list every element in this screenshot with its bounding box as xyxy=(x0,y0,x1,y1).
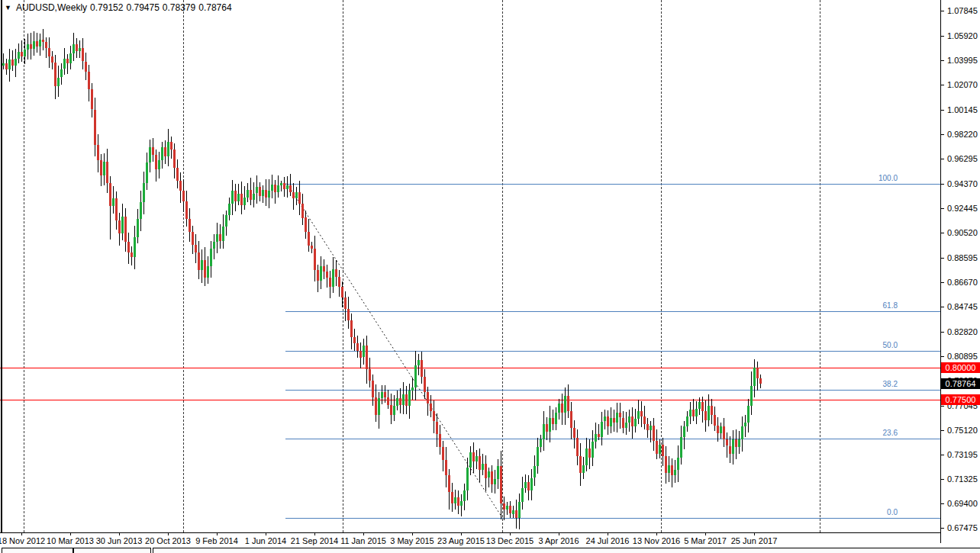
candle xyxy=(701,402,704,411)
price-axis-tick xyxy=(940,159,944,159)
price-axis-tick xyxy=(940,208,944,209)
time-axis-tick xyxy=(70,532,71,535)
horizontal-price-line[interactable] xyxy=(0,400,940,400)
candle xyxy=(439,434,441,447)
candle xyxy=(314,249,316,271)
price-axis-tick xyxy=(940,356,944,357)
candle xyxy=(112,198,114,206)
candle xyxy=(127,242,130,252)
candle xyxy=(686,416,688,426)
candle xyxy=(622,418,624,428)
candle xyxy=(653,426,655,441)
candle xyxy=(561,403,563,413)
price-axis-tick xyxy=(940,282,944,283)
candle xyxy=(317,270,319,280)
candle xyxy=(524,482,527,488)
candle xyxy=(182,191,185,201)
candle xyxy=(747,406,750,423)
candle xyxy=(460,501,463,506)
bottom-panel-segment xyxy=(2,548,73,553)
candle xyxy=(301,204,304,218)
candle xyxy=(247,190,249,198)
candle xyxy=(51,56,53,63)
horizontal-price-line[interactable] xyxy=(0,368,940,368)
candle xyxy=(48,48,50,56)
candle xyxy=(228,204,230,215)
candle xyxy=(488,471,490,477)
candle xyxy=(555,413,557,424)
candle xyxy=(8,59,11,69)
time-axis-label: 23 Aug 2015 xyxy=(437,536,485,545)
candle xyxy=(509,506,511,513)
candle xyxy=(158,160,160,169)
candle xyxy=(390,405,392,415)
candle xyxy=(396,398,398,406)
candle xyxy=(726,439,728,445)
chart-canvas[interactable]: 100.061.850.038.223.60.0 xyxy=(0,0,940,532)
price-axis-tick xyxy=(940,60,944,61)
chart-left-border xyxy=(1,0,2,532)
candle xyxy=(408,391,411,406)
candle xyxy=(527,482,530,491)
candle xyxy=(274,185,276,192)
candle xyxy=(756,368,759,378)
price-axis-label: 0.82820 xyxy=(947,327,978,336)
candle xyxy=(152,147,154,155)
candle xyxy=(39,40,41,47)
candle xyxy=(692,410,695,416)
candle xyxy=(741,426,743,439)
time-axis-tick xyxy=(363,532,364,535)
ohlc-close: 0.78764 xyxy=(198,2,231,13)
candle xyxy=(243,198,246,205)
candle-wick xyxy=(650,421,651,442)
time-axis-tick xyxy=(266,532,266,535)
candle xyxy=(442,447,444,460)
candle xyxy=(665,456,667,473)
candle xyxy=(79,48,81,51)
candle xyxy=(457,497,459,506)
candle xyxy=(512,510,514,514)
candle xyxy=(292,192,295,198)
candle xyxy=(579,456,582,473)
time-axis-label: 11 Jan 2015 xyxy=(340,536,386,545)
ohlc-high: 0.79475 xyxy=(126,2,159,13)
candle xyxy=(570,411,572,428)
candle xyxy=(207,266,209,278)
candle xyxy=(628,416,630,423)
candle xyxy=(683,426,685,436)
candle xyxy=(82,48,84,62)
candle xyxy=(543,424,545,439)
price-axis-tick xyxy=(940,258,944,259)
candle xyxy=(671,465,673,475)
candle xyxy=(179,181,182,191)
candle xyxy=(341,287,343,297)
candle xyxy=(598,434,600,436)
candle xyxy=(735,439,737,447)
candle xyxy=(463,490,466,500)
time-axis-tick xyxy=(21,532,22,535)
candle xyxy=(592,442,594,457)
candle xyxy=(405,394,408,406)
price-axis-separator xyxy=(940,0,941,543)
candle xyxy=(491,471,493,484)
chart-menu-icon[interactable]: ▼ xyxy=(5,4,11,11)
symbol-timeframe-label: AUDUSD,Weekly xyxy=(16,2,87,13)
price-axis-label: 0.96295 xyxy=(947,154,978,163)
candle xyxy=(445,460,447,475)
candle xyxy=(537,447,539,466)
candle xyxy=(500,466,502,503)
bottom-panel-segment xyxy=(73,548,151,553)
candle xyxy=(320,266,322,281)
time-axis-tick xyxy=(656,532,657,535)
price-axis-label: 1.03995 xyxy=(947,56,978,65)
candle xyxy=(24,50,26,56)
candle xyxy=(240,194,243,205)
candle xyxy=(210,249,212,267)
candle xyxy=(173,150,176,168)
candle xyxy=(33,41,35,48)
candle xyxy=(640,411,643,416)
candle xyxy=(268,191,270,197)
candle xyxy=(610,418,612,427)
candle xyxy=(399,398,401,404)
candle xyxy=(353,337,356,343)
